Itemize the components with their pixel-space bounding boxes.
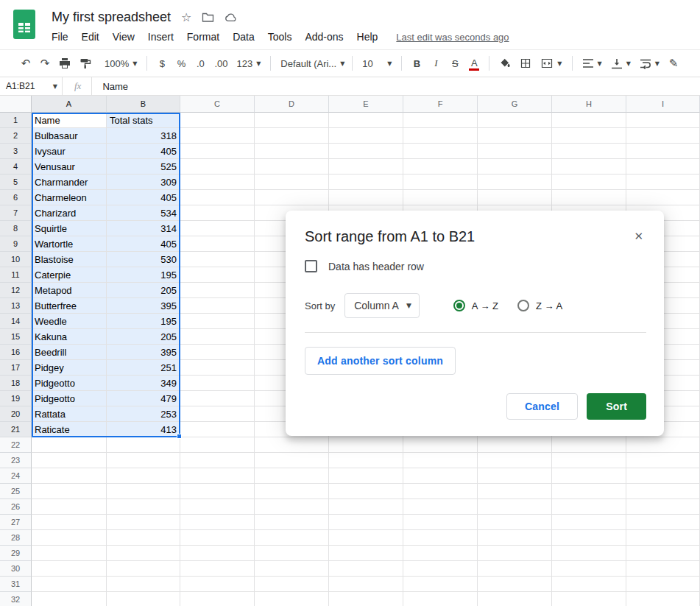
cell-C24[interactable]: [180, 468, 255, 484]
cell-H22[interactable]: [552, 437, 626, 453]
more-formats-button[interactable]: 123▼: [232, 54, 265, 73]
row-header-8[interactable]: 8: [0, 221, 32, 236]
cell-G30[interactable]: [478, 561, 552, 577]
cell-H31[interactable]: [552, 577, 626, 592]
cell-E31[interactable]: [329, 577, 403, 592]
cell-B27[interactable]: [107, 515, 180, 530]
cell-D5[interactable]: [255, 175, 329, 190]
menu-format[interactable]: Format: [180, 29, 226, 45]
cell-H23[interactable]: [552, 453, 626, 468]
horizontal-align-button[interactable]: ▼: [578, 54, 607, 73]
row-header-24[interactable]: 24: [0, 468, 32, 484]
cell-F27[interactable]: [403, 515, 478, 530]
menu-insert[interactable]: Insert: [141, 29, 180, 45]
cell-G27[interactable]: [478, 515, 552, 530]
header-row-option[interactable]: Data has header row: [305, 260, 646, 272]
cell-D29[interactable]: [255, 546, 329, 561]
cell-C26[interactable]: [180, 499, 255, 515]
undo-button[interactable]: ↶: [16, 54, 35, 73]
row-header-2[interactable]: 2: [0, 128, 32, 144]
cell-E25[interactable]: [329, 484, 403, 499]
cell-D4[interactable]: [255, 159, 329, 175]
cell-C9[interactable]: [180, 236, 255, 252]
cell-B8[interactable]: 314: [107, 221, 180, 236]
cell-E23[interactable]: [329, 453, 403, 468]
cell-F1[interactable]: [403, 113, 478, 128]
cell-I22[interactable]: [626, 437, 700, 453]
merge-cells-button[interactable]: ▼: [536, 54, 566, 73]
cell-I32[interactable]: [626, 592, 700, 606]
move-to-folder-icon[interactable]: [202, 12, 214, 23]
sort-descending-option[interactable]: Z → A: [517, 300, 562, 311]
sort-button[interactable]: Sort: [587, 393, 646, 420]
cell-C31[interactable]: [180, 577, 255, 592]
radio-descending[interactable]: [517, 300, 529, 311]
cell-H28[interactable]: [552, 530, 626, 546]
cell-C29[interactable]: [180, 546, 255, 561]
cell-A3[interactable]: Ivysaur: [32, 144, 107, 159]
cell-A32[interactable]: [32, 592, 107, 606]
cell-H25[interactable]: [552, 484, 626, 499]
cell-G26[interactable]: [478, 499, 552, 515]
cell-C14[interactable]: [180, 314, 255, 329]
cell-I2[interactable]: [626, 128, 700, 144]
row-header-1[interactable]: 1: [0, 113, 32, 128]
cell-B31[interactable]: [107, 577, 180, 592]
cell-H6[interactable]: [552, 190, 626, 205]
cell-B20[interactable]: 253: [107, 406, 180, 422]
cell-D24[interactable]: [255, 468, 329, 484]
row-header-12[interactable]: 12: [0, 283, 32, 298]
cell-C22[interactable]: [180, 437, 255, 453]
cell-B15[interactable]: 205: [107, 329, 180, 345]
cell-C32[interactable]: [180, 592, 255, 606]
cell-F24[interactable]: [403, 468, 478, 484]
cell-G6[interactable]: [478, 190, 552, 205]
cell-A25[interactable]: [32, 484, 107, 499]
row-header-4[interactable]: 4: [0, 159, 32, 175]
row-header-17[interactable]: 17: [0, 360, 32, 376]
cell-D32[interactable]: [255, 592, 329, 606]
cell-C19[interactable]: [180, 391, 255, 406]
cell-A13[interactable]: Butterfree: [32, 298, 107, 314]
column-header-C[interactable]: C: [180, 96, 255, 113]
cell-B18[interactable]: 349: [107, 376, 180, 391]
row-header-21[interactable]: 21: [0, 422, 32, 437]
row-header-7[interactable]: 7: [0, 205, 32, 221]
cell-E22[interactable]: [329, 437, 403, 453]
cell-I4[interactable]: [626, 159, 700, 175]
cell-G25[interactable]: [478, 484, 552, 499]
cell-H5[interactable]: [552, 175, 626, 190]
cell-C13[interactable]: [180, 298, 255, 314]
cell-G31[interactable]: [478, 577, 552, 592]
text-rotation-button[interactable]: ✎: [664, 54, 683, 73]
row-header-23[interactable]: 23: [0, 453, 32, 468]
cell-A17[interactable]: Pidgey: [32, 360, 107, 376]
cell-G24[interactable]: [478, 468, 552, 484]
column-header-E[interactable]: E: [329, 96, 403, 113]
cell-E6[interactable]: [329, 190, 403, 205]
cell-D1[interactable]: [255, 113, 329, 128]
cell-B3[interactable]: 405: [107, 144, 180, 159]
cell-C3[interactable]: [180, 144, 255, 159]
cell-B30[interactable]: [107, 561, 180, 577]
cell-A14[interactable]: Weedle: [32, 314, 107, 329]
cell-A2[interactable]: Bulbasaur: [32, 128, 107, 144]
menu-addons[interactable]: Add-ons: [298, 29, 350, 45]
cell-E27[interactable]: [329, 515, 403, 530]
cell-C23[interactable]: [180, 453, 255, 468]
cell-G22[interactable]: [478, 437, 552, 453]
fill-color-button[interactable]: [495, 54, 515, 73]
font-family-select[interactable]: Default (Ari...▼: [276, 54, 347, 73]
cell-I30[interactable]: [626, 561, 700, 577]
column-header-F[interactable]: F: [403, 96, 478, 113]
zoom-select[interactable]: 100%▼: [100, 54, 141, 73]
cell-A27[interactable]: [32, 515, 107, 530]
row-header-16[interactable]: 16: [0, 345, 32, 360]
row-header-13[interactable]: 13: [0, 298, 32, 314]
cell-H4[interactable]: [552, 159, 626, 175]
cell-C8[interactable]: [180, 221, 255, 236]
cell-G1[interactable]: [478, 113, 552, 128]
cell-B14[interactable]: 195: [107, 314, 180, 329]
cell-B28[interactable]: [107, 530, 180, 546]
cell-I27[interactable]: [626, 515, 700, 530]
